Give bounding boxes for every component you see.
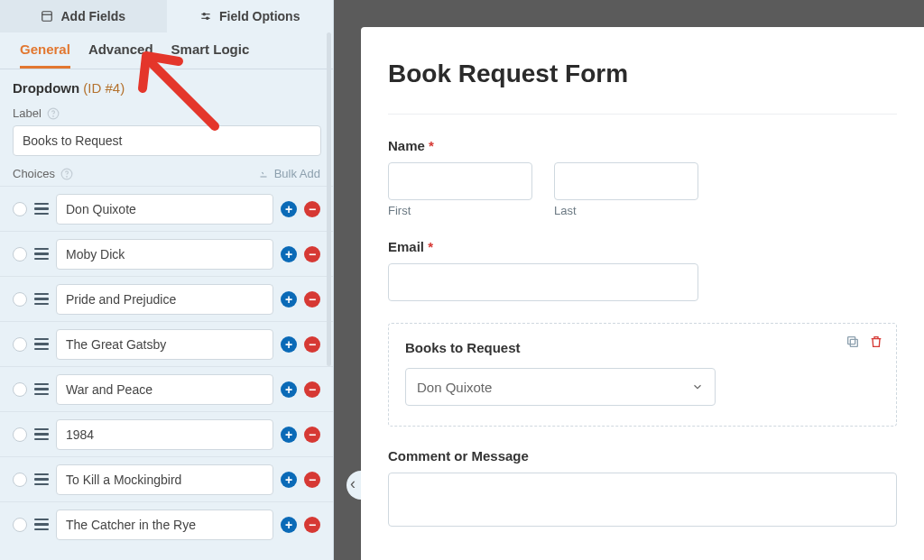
choice-list: + − + − + − + − + − + − + − + − [0,186,333,546]
first-name-input[interactable] [388,162,532,200]
svg-rect-11 [848,337,855,344]
add-choice-button[interactable]: + [281,381,297,398]
field-id: (ID #4) [83,80,125,96]
label-field-header: Label [0,103,333,125]
svg-rect-10 [850,339,857,346]
last-name-input[interactable] [554,162,698,200]
add-choice-button[interactable]: + [281,472,297,488]
drag-handle-icon[interactable] [34,382,49,397]
drag-handle-icon[interactable] [34,518,49,532]
comment-label: Comment or Message [388,448,897,464]
add-choice-button[interactable]: + [281,517,297,533]
dropdown-field-selected[interactable]: Books to Request Don Quixote [388,323,897,427]
tab-label: Field Options [219,9,300,23]
svg-rect-0 [42,12,52,22]
choice-default-radio[interactable] [13,518,27,532]
dropdown-selected-value: Don Quixote [417,380,492,395]
name-label: Name * [388,138,897,153]
choice-default-radio[interactable] [13,292,27,307]
svg-point-5 [207,17,208,19]
choice-default-radio[interactable] [13,202,27,216]
email-input[interactable] [388,263,698,301]
name-field: Name * First Last [388,138,897,217]
drag-handle-icon[interactable] [34,292,49,307]
choice-default-radio[interactable] [13,337,27,352]
bulk-add-label: Bulk Add [274,167,320,180]
label-input[interactable] [13,125,321,156]
label-text: Label [13,106,42,120]
drag-handle-icon[interactable] [34,202,49,216]
svg-point-7 [53,115,54,116]
form-preview: Book Request Form Name * First Last Emai… [361,27,924,560]
add-choice-button[interactable]: + [281,201,297,217]
tab-label: Add Fields [60,9,125,23]
bulk-add-button[interactable]: Bulk Add [258,167,320,180]
drag-handle-icon[interactable] [34,473,49,487]
choice-default-radio[interactable] [13,473,27,487]
choice-row: + − [0,366,333,411]
choice-default-radio[interactable] [13,382,27,397]
first-sublabel: First [388,204,532,217]
dropdown-select[interactable]: Don Quixote [405,368,716,406]
remove-choice-button[interactable]: − [304,201,320,217]
choice-text-input[interactable] [56,239,273,270]
remove-choice-button[interactable]: − [304,517,320,533]
choices-header: Choices Bulk Add [0,167,333,186]
sub-tab-general[interactable]: General [20,41,70,69]
choice-row: + − [0,231,333,276]
choice-text-input[interactable] [56,284,273,315]
tab-add-fields[interactable]: Add Fields [0,0,167,32]
sub-tabs: General Advanced Smart Logic [0,32,333,69]
dropdown-label: Books to Request [405,340,880,355]
section-title: Dropdown [13,80,79,96]
email-field: Email * [388,239,897,301]
sliders-icon [199,10,212,23]
section-header: Dropdown (ID #4) [0,69,333,103]
email-label: Email * [388,239,897,254]
top-tabs: Add Fields Field Options [0,0,333,32]
add-choice-button[interactable]: + [281,336,297,353]
remove-choice-button[interactable]: − [304,472,320,488]
choice-default-radio[interactable] [13,427,27,442]
remove-choice-button[interactable]: − [304,291,320,308]
remove-choice-button[interactable]: − [304,381,320,398]
help-icon[interactable] [47,107,60,120]
add-choice-button[interactable]: + [281,427,297,443]
layout-icon [41,10,53,23]
trash-icon[interactable] [869,335,883,349]
drag-handle-icon[interactable] [34,337,49,352]
choices-label: Choices [13,167,55,180]
choice-row: + − [0,321,333,366]
scrollbar[interactable] [327,32,331,366]
tab-field-options[interactable]: Field Options [167,0,334,32]
sidebar: Add Fields Field Options General Advance… [0,0,334,560]
chevron-down-icon [691,381,704,393]
add-choice-button[interactable]: + [281,291,297,308]
remove-choice-button[interactable]: − [304,336,320,353]
duplicate-icon[interactable] [845,335,860,349]
choice-text-input[interactable] [56,374,273,405]
choice-row: + − [0,456,333,501]
comment-textarea[interactable] [388,473,897,527]
remove-choice-button[interactable]: − [304,246,320,262]
form-title: Book Request Form [388,60,897,115]
choice-text-input[interactable] [56,419,273,450]
choice-text-input[interactable] [56,510,273,540]
choice-text-input[interactable] [56,464,273,495]
choice-text-input[interactable] [56,194,273,225]
choice-default-radio[interactable] [13,247,27,262]
add-choice-button[interactable]: + [281,246,297,262]
sub-tab-smart-logic[interactable]: Smart Logic [171,41,250,69]
choice-row: + − [0,186,333,231]
last-sublabel: Last [554,204,698,217]
help-icon[interactable] [60,168,73,180]
drag-handle-icon[interactable] [34,427,49,442]
choice-text-input[interactable] [56,329,273,360]
download-icon [258,169,269,179]
remove-choice-button[interactable]: − [304,427,320,443]
choice-row: + − [0,411,333,456]
drag-handle-icon[interactable] [34,247,49,262]
svg-point-9 [67,176,68,177]
choice-row: + − [0,501,333,546]
sub-tab-advanced[interactable]: Advanced [88,41,153,69]
